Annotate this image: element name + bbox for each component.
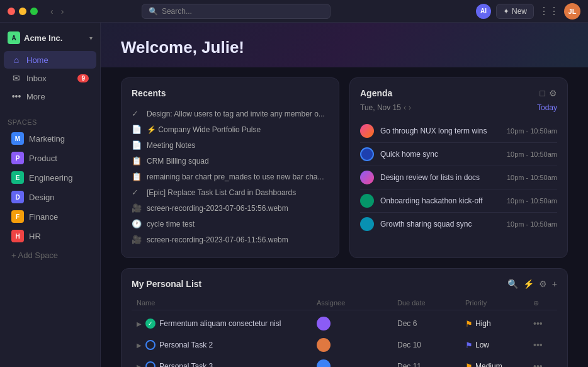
home-icon: ⌂ <box>11 55 21 65</box>
list-item[interactable]: Quick home sync 10pm - 10:50am <box>360 143 557 166</box>
sidebar-nav: ⌂ Home ✉ Inbox 9 ••• More <box>0 50 100 106</box>
star-icon: ✦ <box>503 7 509 16</box>
task-name-cell: ▶ Personal Task 3 <box>137 361 312 367</box>
sidebar-item-finance[interactable]: F Finance <box>4 207 96 226</box>
recent-text: screen-recording-2023-07-06-11:56.webm <box>147 235 288 244</box>
priority-flag-icon: ⚑ <box>465 341 473 350</box>
next-date-button[interactable]: › <box>409 103 411 112</box>
engineering-label: Engineering <box>29 173 72 183</box>
filter-tool-icon[interactable]: ⚡ <box>523 279 534 289</box>
list-item[interactable]: 📄 Meeting Notes <box>132 137 329 153</box>
personal-list-header: My Personal List 🔍 ⚡ ⚙ + <box>132 279 557 289</box>
list-item[interactable]: 📋 remaining bar chart pre_mades to use n… <box>132 169 329 184</box>
agenda-card: Agenda □ ⚙ Tue, Nov 15 ‹ › Today <box>349 77 568 258</box>
user-avatar[interactable]: JL <box>564 3 580 20</box>
agenda-title: Agenda <box>360 88 392 98</box>
recent-text: ⚡ Company Wide Portfolio Pulse <box>147 125 261 134</box>
agenda-date-row: Tue, Nov 15 ‹ › Today <box>360 103 557 112</box>
nav-arrows: ‹ › <box>48 5 66 18</box>
ai-badge[interactable]: AI <box>476 4 491 19</box>
sidebar-item-design[interactable]: D Design <box>4 188 96 206</box>
agenda-controls: □ ⚙ <box>540 88 557 98</box>
finance-label: Finance <box>29 212 58 222</box>
list-item[interactable]: Go through NUX long term wins 10pm - 10:… <box>360 120 557 143</box>
personal-list-title: My Personal List <box>132 279 201 289</box>
sidebar-item-product[interactable]: P Product <box>4 149 96 167</box>
due-date: Dec 10 <box>397 341 460 349</box>
event-title: Quick home sync <box>380 150 500 159</box>
finance-icon: F <box>11 210 24 223</box>
titlebar: ‹ › 🔍 Search... AI ✦ New ⋮⋮ JL <box>0 0 588 23</box>
list-item[interactable]: 🕐 cycle time test <box>132 216 329 232</box>
inbox-badge: 9 <box>77 74 89 82</box>
task-icon: ✓ <box>132 109 142 118</box>
task-name-cell: ▶ Personal Task 2 <box>137 340 312 350</box>
list-item[interactable]: Growth sharing squad sync 10pm - 10:50am <box>360 213 557 235</box>
sidebar-item-marketing[interactable]: M Marketing <box>4 129 96 148</box>
workspace[interactable]: A Acme Inc. ▾ <box>0 28 100 48</box>
sidebar-item-hr[interactable]: H HR <box>4 227 96 246</box>
event-time: 10pm - 10:50am <box>507 174 557 181</box>
today-button[interactable]: Today <box>537 103 557 112</box>
sidebar-item-home[interactable]: ⌂ Home <box>4 51 96 69</box>
list-item[interactable]: 📄 ⚡ Company Wide Portfolio Pulse <box>132 121 329 137</box>
more-options-button[interactable]: ••• <box>533 361 552 367</box>
workspace-name: Acme Inc. <box>24 33 62 43</box>
sidebar-item-more[interactable]: ••• More <box>4 88 96 105</box>
search-icon: 🔍 <box>149 7 158 16</box>
list-item[interactable]: Onboarding hackathon kick-off 10pm - 10:… <box>360 189 557 213</box>
minimize-button[interactable] <box>19 8 26 15</box>
expand-icon: ▶ <box>137 320 142 327</box>
col-add[interactable]: ⊕ <box>533 299 552 307</box>
design-label: Design <box>29 193 54 202</box>
new-label: New <box>512 7 527 16</box>
list-item[interactable]: 🎥 screen-recording-2023-07-06-15:56.webm <box>132 200 329 216</box>
more-options-button[interactable]: ••• <box>533 319 552 329</box>
hr-label: HR <box>29 232 41 241</box>
search-bar[interactable]: 🔍 Search... <box>142 4 331 19</box>
content-grid: Recents ✓ Design: Allow users to tag and… <box>101 67 588 268</box>
avatar <box>317 359 331 367</box>
close-button[interactable] <box>8 8 15 15</box>
more-icon: ••• <box>11 91 21 101</box>
priority-label: High <box>475 319 491 328</box>
avatar <box>317 338 331 352</box>
add-space-label: + Add Space <box>11 251 58 260</box>
maximize-button[interactable] <box>30 8 38 15</box>
grid-icon[interactable]: ⋮⋮ <box>539 5 559 17</box>
spaces-title: Spaces <box>0 116 100 128</box>
list-icon: 📋 <box>132 172 142 181</box>
table-row[interactable]: ▶ Personal Task 3 Dec 11 ⚑ Medium ••• <box>132 356 557 367</box>
doc-icon: 📄 <box>132 140 142 150</box>
more-options-button[interactable]: ••• <box>533 340 552 350</box>
add-tool-icon[interactable]: + <box>552 279 557 289</box>
task-name-cell: ▶ Fermentum aliquam consectetur nisl <box>137 319 312 329</box>
prev-date-button[interactable]: ‹ <box>404 103 406 112</box>
priority-flag-icon: ⚑ <box>465 319 473 329</box>
sidebar-item-home-label: Home <box>26 55 48 65</box>
traffic-lights <box>8 8 38 15</box>
settings-icon[interactable]: ⚙ <box>549 88 557 98</box>
new-button[interactable]: ✦ New <box>496 4 534 19</box>
table-row[interactable]: ▶ Fermentum aliquam consectetur nisl Dec… <box>132 313 557 334</box>
list-item[interactable]: ✓ Design: Allow users to tag and invite … <box>132 106 329 121</box>
search-tool-icon[interactable]: 🔍 <box>507 279 518 289</box>
sidebar-item-engineering[interactable]: E Engineering <box>4 168 96 187</box>
calendar-icon[interactable]: □ <box>540 88 545 98</box>
event-time: 10pm - 10:50am <box>507 150 557 158</box>
priority-label: Medium <box>475 362 502 367</box>
event-color-dot <box>360 217 374 231</box>
sidebar-item-inbox[interactable]: ✉ Inbox 9 <box>4 69 96 87</box>
back-button[interactable]: ‹ <box>48 5 56 18</box>
list-item[interactable]: 📋 CRM Billing squad <box>132 153 329 169</box>
list-item[interactable]: Design review for lists in docs 10pm - 1… <box>360 166 557 189</box>
list-item[interactable]: 🎥 screen-recording-2023-07-06-11:56.webm <box>132 232 329 247</box>
table-row[interactable]: ▶ Personal Task 2 Dec 10 ⚑ Low ••• <box>132 334 557 356</box>
priority-cell: ⚑ Low <box>465 341 528 350</box>
forward-button[interactable]: › <box>59 5 67 18</box>
recent-text: Design: Allow users to tag and invite an… <box>147 110 325 118</box>
inbox-icon: ✉ <box>11 73 21 83</box>
add-space-button[interactable]: + Add Space <box>4 247 96 264</box>
list-item[interactable]: ✓ [Epic] Replace Task List Card in Dashb… <box>132 184 329 200</box>
settings-tool-icon[interactable]: ⚙ <box>539 279 547 289</box>
